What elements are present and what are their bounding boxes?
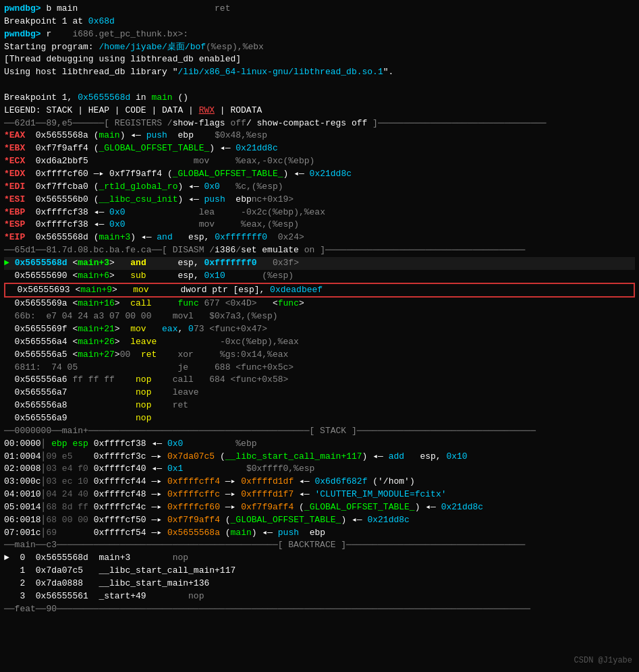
line-3: pwndbg> r i686.get_pc_thunk.bx>:	[4, 28, 635, 41]
line-19: *EIP 0x5655568d (main+3) ◂— and esp, 0xf…	[4, 231, 635, 244]
line-34: ──0000000──main+────────────────────────…	[4, 425, 635, 438]
line-41: 06:0018│68 00 00 0xffffcf50 —▸ 0xf7f9aff…	[4, 514, 635, 527]
line-1: pwndbg> b main ret	[4, 3, 635, 16]
terminal-window: pwndbg> b main ret Breakpoint 1 at 0x68d…	[4, 3, 635, 616]
current-instruction: ► 0x5655568d <main+3> and esp, 0xfffffff…	[4, 257, 635, 270]
line-13: *ECX 0xd6a2bbf5 mov %eax,-0xc(%ebp)	[4, 155, 635, 168]
line-6: Using host libthread_db library "/lib/x8…	[4, 66, 635, 79]
line-8: Breakpoint 1, 0x5655568d in main ()	[4, 92, 635, 105]
line-40: 05:0014│68 8d ff 0xffffcf4c —▸ 0xffffcf6…	[4, 501, 635, 514]
line-15: *EDI 0xf7ffcba0 (_rtld_global_ro) ◂— 0x0…	[4, 181, 635, 194]
line-29: 6811: 74 05 je 688 <func+0x5c>	[4, 362, 635, 374]
line-12: *EBX 0xf7f9aff4 (_GLOBAL_OFFSET_TABLE_) …	[4, 142, 635, 155]
line-14: *EDX 0xffffcf60 —▸ 0xf7f9aff4 (_GLOBAL_O…	[4, 168, 635, 181]
line-20: ──65d1──81.7d.08.bc.ba.fe.ca──[ DISASM /…	[4, 244, 635, 257]
boxed-instruction-row: 0x56555693 <main+9> mov dword ptr [esp],…	[4, 283, 635, 298]
line-22: 0x56555690 <main+6> sub esp, 0x10 (%esp)	[4, 270, 635, 283]
prompt: pwndbg>	[4, 3, 41, 13]
line-27: 0x565556a4 <main+26> leave -0xc(%ebp),%e…	[4, 336, 635, 349]
line-25: 66b: e7 04 24 a3 07 00 00 movl $0x7a3,(%…	[4, 310, 635, 323]
line-30: 0x565556a6 ff ff ff nop call 684 <func+0…	[4, 374, 635, 387]
line-44: ► 0 0x5655568d main+3 nop	[4, 552, 635, 565]
line-42: 07:001c│69 0xffffcf54 —▸ 0x5655568a (mai…	[4, 527, 635, 540]
line-38: 03:000c│03 ec 10 0xffffcf44 —▸ 0xffffcff…	[4, 476, 635, 488]
line-33: 0x565556a9 nop	[4, 412, 635, 425]
line-17: *EBP 0xffffcf38 ◂— 0x0 lea -0x2c(%ebp),%…	[4, 206, 635, 219]
line-31: 0x565556a7 nop leave	[4, 387, 635, 399]
watermark: CSDN @J1yabe	[574, 655, 632, 667]
line-16: *ESI 0x565556b0 (__libc_csu_init) ◂— pus…	[4, 194, 635, 206]
line-37: 02:0008│03 e4 f0 0xffffcf40 ◂— 0x1 $0xff…	[4, 463, 635, 476]
line-43: ──main──c3──────────────────────────────…	[4, 539, 635, 552]
line-24: 0x5655569a <main+16> call func 677 <0x4D…	[4, 298, 635, 310]
line-4: Starting program: /home/jiyabe/桌面/bof(%e…	[4, 41, 635, 54]
line-35: 00:0000│ ebp esp 0xffffcf38 ◂— 0x0 %ebp	[4, 438, 635, 451]
line-5: [Thread debugging using libthread_db ena…	[4, 53, 635, 66]
line-7	[4, 79, 635, 92]
line-11: *EAX 0x5655568a (main) ◂— push ebp $0x48…	[4, 130, 635, 142]
line-23: 0x56555693 <main+9> mov dword ptr [esp],…	[7, 284, 634, 297]
line-46: 2 0x7da0888 __libc_start_main+136	[4, 578, 635, 590]
line-10: ──62d1──89,e5──────[ REGISTERS /show-fla…	[4, 117, 635, 130]
line-32: 0x565556a8 nop ret	[4, 399, 635, 412]
line-39: 04:0010│04 24 40 0xffffcf48 —▸ 0xffffcff…	[4, 488, 635, 501]
line-28: 0x565556a5 <main+27>00 ret xor %gs:0x14,…	[4, 349, 635, 362]
line-26: 0x5655569f <main+21> mov eax, 073 <func+…	[4, 323, 635, 336]
line-36: 01:0004│09 e5 0xffffcf3c —▸ 0x7da07c5 (_…	[4, 451, 635, 464]
line-2: Breakpoint 1 at 0x68d	[4, 16, 635, 28]
line-48: ──feat──90──────────────────────────────…	[4, 603, 635, 616]
line-18: *ESP 0xffffcf38 ◂— 0x0 mov %eax,(%esp)	[4, 219, 635, 231]
line-9: LEGEND: STACK | HEAP | CODE | DATA | RWX…	[4, 105, 635, 117]
line-47: 3 0x56555561 _start+49 nop	[4, 590, 635, 603]
line-45: 1 0x7da07c5 __libc_start_call_main+117	[4, 565, 635, 578]
